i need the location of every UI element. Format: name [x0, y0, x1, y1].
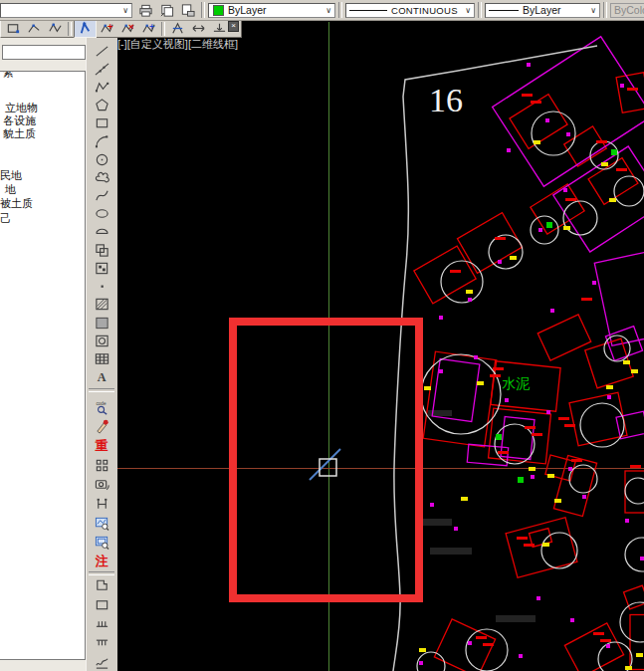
vertex-dot — [430, 503, 434, 507]
polyline-icon[interactable] — [90, 78, 113, 96]
camera-rotate-icon[interactable] — [90, 476, 113, 494]
circle-icon[interactable] — [90, 150, 113, 168]
align-icon[interactable] — [209, 20, 230, 37]
vertex-dot — [468, 298, 472, 302]
region-icon[interactable] — [90, 332, 113, 349]
linetype-combo[interactable]: CONTINUOUS ∨ — [345, 3, 475, 18]
rectangle-icon[interactable] — [90, 114, 113, 132]
add-vertex-icon[interactable]: + — [97, 20, 117, 37]
chevron-down-icon[interactable]: ∨ — [322, 4, 334, 17]
polygon-outline-icon[interactable] — [90, 576, 113, 594]
chevron-down-icon[interactable]: ∨ — [119, 4, 131, 17]
faded-annotation — [496, 615, 536, 622]
polyline-edit-toolbar: +×+ × — [0, 19, 242, 38]
char-button-zhu[interactable]: 注 — [90, 553, 113, 570]
menu-item[interactable]: 各设施 — [3, 114, 36, 127]
delete-vertex-icon[interactable]: × — [117, 20, 138, 37]
spline-icon[interactable] — [90, 187, 113, 205]
highlight-node-icon[interactable] — [74, 19, 97, 38]
close-icon[interactable]: × — [228, 21, 239, 32]
properties-toolbar: ∨ ByLayer ∨ CONTINUOUS ∨ ByLayer ∨ ByCol… — [0, 0, 644, 21]
lineweight-combo[interactable]: ByLayer ∨ — [485, 3, 600, 18]
menu-item[interactable]: 己 — [0, 212, 11, 225]
four-squares-icon[interactable] — [90, 456, 113, 474]
publish-icon[interactable] — [156, 1, 177, 19]
vertex-dot — [474, 355, 478, 359]
hatch-icon[interactable] — [90, 296, 113, 314]
code-search-icon[interactable]: code — [90, 398, 113, 416]
selection-rectangle — [233, 322, 419, 598]
comb-down-icon[interactable] — [90, 634, 113, 652]
yellow-mark — [529, 467, 536, 471]
tiny-red-annotation — [558, 417, 569, 420]
vertex-dot — [607, 395, 611, 399]
mtext-icon[interactable]: A — [90, 368, 113, 386]
ellipse-icon[interactable] — [90, 205, 113, 223]
map-query-icon[interactable] — [90, 514, 113, 532]
ellipse-arc-icon[interactable] — [90, 223, 113, 241]
menu-item[interactable]: 貌土质 — [3, 127, 36, 140]
polygon-icon[interactable] — [90, 97, 113, 114]
station-marker-icon[interactable] — [90, 495, 113, 513]
plot-icon[interactable] — [135, 1, 156, 19]
comb-up-icon[interactable] — [90, 614, 113, 632]
edit-rect-icon[interactable] — [3, 20, 24, 37]
vertex-dot — [625, 519, 629, 523]
edit-pencil-icon[interactable] — [90, 417, 113, 435]
viewport-controls-label[interactable]: [-][自定义视图][二维线框] — [117, 37, 238, 52]
toolbar-separator — [161, 22, 165, 36]
vertex-dot — [592, 281, 596, 285]
map-circle — [625, 538, 644, 571]
insert-block-icon[interactable] — [90, 241, 113, 259]
vertex-dot — [545, 118, 549, 122]
vertex-dot — [439, 316, 443, 320]
plotstyle-combo: ByColor — [610, 3, 644, 18]
tiny-red-annotation — [450, 270, 461, 273]
menu-item[interactable]: 民地 — [0, 169, 22, 182]
edit-node-icon[interactable] — [24, 20, 45, 37]
map-building — [588, 158, 638, 205]
menu-item[interactable]: 被土质 — [0, 197, 33, 210]
map-circle — [421, 354, 501, 434]
gradient-icon[interactable] — [90, 314, 113, 332]
tiny-red-annotation — [571, 459, 582, 462]
line-icon[interactable] — [90, 42, 113, 60]
insert-vertex-icon[interactable]: + — [138, 20, 159, 37]
wave-icon[interactable] — [90, 653, 113, 671]
revision-cloud-icon[interactable] — [90, 168, 113, 186]
make-block-icon[interactable] — [90, 259, 113, 277]
map-building — [616, 73, 644, 112]
menu-item[interactable]: 索 — [3, 71, 14, 80]
menu-filter-input[interactable] — [2, 45, 86, 60]
layer-combo[interactable]: ∨ — [0, 3, 132, 18]
chevron-down-icon[interactable]: ∨ — [462, 4, 474, 17]
map-query-alt-icon[interactable] — [90, 534, 113, 552]
svg-text:A: A — [97, 370, 106, 384]
color-combo[interactable]: ByLayer ∨ — [208, 3, 335, 18]
arc-icon[interactable] — [90, 132, 113, 150]
vertex-dot — [563, 188, 567, 192]
point-icon[interactable] — [90, 278, 113, 296]
edit-node-alt-icon[interactable] — [45, 20, 66, 37]
toolbar-separator — [89, 388, 114, 392]
tiny-red-annotation — [493, 367, 504, 370]
map-building — [624, 585, 644, 609]
menu-item[interactable]: 立地物 — [5, 102, 38, 114]
construction-line-icon[interactable] — [90, 60, 113, 78]
menu-item[interactable]: 地 — [5, 183, 16, 196]
table-icon[interactable] — [90, 349, 113, 367]
char-button-zhong[interactable]: 重 — [90, 437, 113, 455]
section-icon[interactable] — [167, 20, 188, 37]
yellow-mark — [461, 497, 468, 501]
rect-outline-icon[interactable] — [90, 595, 113, 613]
map-parcel — [616, 411, 644, 438]
page-setup-icon[interactable] — [177, 1, 198, 19]
tiny-red-annotation — [476, 636, 487, 639]
yellow-mark — [542, 543, 549, 547]
chevron-down-icon[interactable]: ∨ — [587, 4, 599, 17]
map-parcel — [493, 37, 644, 186]
menu-item-list[interactable]: 索立地物各设施貌土质民地地被土质己 — [0, 71, 86, 660]
vertex-dot — [640, 557, 644, 560]
stretch-icon[interactable] — [188, 20, 209, 37]
lineweight-combo-value: ByLayer — [523, 4, 561, 16]
